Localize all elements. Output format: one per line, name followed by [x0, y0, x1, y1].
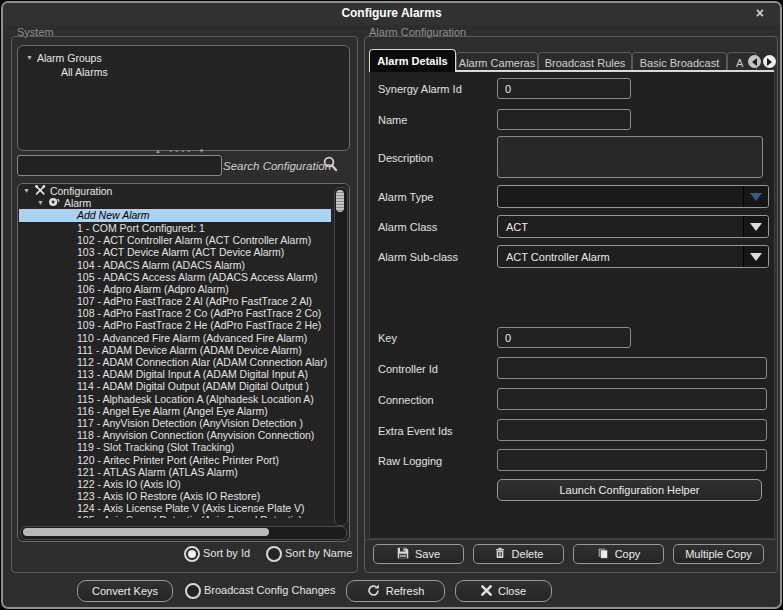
delete-button[interactable]: Delete — [473, 544, 564, 564]
controller-id-field[interactable] — [497, 357, 767, 379]
tab-alarm-cameras[interactable]: Alarm Cameras — [456, 52, 538, 72]
alarm-list-item[interactable]: 116 - Angel Eye Alarm (Angel Eye Alarm) — [19, 405, 331, 417]
tab-broadcast-rules[interactable]: Broadcast Rules — [538, 52, 632, 72]
alarm-class-value: ACT — [506, 221, 528, 233]
alarm-list-item[interactable]: 124 - Axis License Plate V (Axis License… — [19, 502, 331, 514]
refresh-label: Refresh — [386, 585, 425, 597]
divider — [365, 539, 776, 540]
alarm-list-item[interactable]: 103 - ACT Device Alarm (ACT Device Alarm… — [19, 246, 331, 258]
alarm-type-label: Alarm Type — [378, 191, 433, 203]
alarm-class-label: Alarm Class — [378, 221, 437, 233]
dropdown-arrow-icon[interactable] — [743, 216, 768, 237]
extra-event-ids-field[interactable] — [497, 419, 767, 441]
chevron-down-icon[interactable]: ▼ — [37, 197, 44, 209]
key-label: Key — [378, 332, 397, 344]
alarm-list-item[interactable]: 112 - ADAM Connection Alar (ADAM Connect… — [19, 356, 331, 368]
controller-id-label: Controller Id — [378, 363, 438, 375]
chevron-down-icon[interactable]: ▼ — [26, 52, 33, 64]
alarm-subclass-dropdown[interactable]: ACT Controller Alarm — [497, 245, 769, 268]
description-label: Description — [378, 152, 433, 164]
alarm-list-item[interactable]: 115 - Alphadesk Location A (Alphadesk Lo… — [19, 393, 331, 405]
alarm-list-item[interactable]: 119 - Slot Tracking (Slot Tracking) — [19, 441, 331, 453]
tree-node-alarm[interactable]: Alarm — [64, 197, 91, 209]
alarm-icon — [48, 196, 60, 210]
connection-field[interactable] — [497, 388, 767, 410]
search-icon[interactable] — [321, 155, 339, 177]
broadcast-config-changes-label: Broadcast Config Changes — [204, 584, 335, 596]
alarm-groups-child[interactable]: All Alarms — [61, 66, 108, 78]
close-x-icon — [481, 585, 492, 598]
alarm-list-item[interactable]: 109 - AdPro FastTrace 2 He (AdPro FastTr… — [19, 319, 331, 331]
alarm-list-item[interactable]: 117 - AnyVision Detection (AnyVision Det… — [19, 417, 331, 429]
alarm-type-dropdown[interactable] — [497, 185, 769, 208]
sort-by-id-radio[interactable] — [184, 546, 200, 562]
alarm-list-item[interactable]: 1 - COM Port Configured: 1 — [19, 222, 331, 234]
vertical-scrollbar[interactable] — [334, 187, 348, 526]
sort-by-name-label: Sort by Name — [285, 547, 352, 559]
raw-logging-field[interactable] — [497, 449, 767, 471]
alarm-list-item[interactable]: 105 - ADACS Access Alarm (ADACS Access A… — [19, 271, 331, 283]
key-field[interactable]: 0 — [497, 327, 631, 348]
alarm-list-item[interactable]: 113 - ADAM Digital Input A (ADAM Digital… — [19, 368, 331, 380]
alarm-list-item[interactable]: 114 - ADAM Digital Output (ADAM Digital … — [19, 380, 331, 392]
tab-scroll-right-button[interactable] — [763, 55, 776, 68]
alarm-class-dropdown[interactable]: ACT — [497, 215, 769, 238]
alarm-list-item[interactable]: 102 - ACT Controller Alarm (ACT Controll… — [19, 234, 331, 246]
alarm-groups-tree[interactable]: ▼ Alarm Groups All Alarms — [17, 45, 350, 151]
trash-icon — [494, 547, 506, 561]
search-input[interactable] — [17, 155, 222, 176]
alarm-list-item[interactable]: 104 - ADACS Alarm (ADACS Alarm) — [19, 259, 331, 271]
splitter-handle[interactable]: ▲ ▪▪▪▪ ▼ — [155, 148, 208, 154]
refresh-icon — [367, 584, 380, 599]
convert-keys-label: Convert Keys — [92, 585, 158, 597]
tab-scroll-left-button[interactable] — [748, 55, 761, 68]
delete-label: Delete — [512, 548, 544, 560]
search-label: Search Configuration — [223, 160, 331, 172]
alarm-list-item[interactable]: 123 - Axis IO Restore (Axis IO Restore) — [19, 490, 331, 502]
alarm-list-item[interactable]: 118 - Anyvision Connection (Anyvision Co… — [19, 429, 331, 441]
copy-button[interactable]: Copy — [573, 544, 664, 564]
synergy-alarm-id-field[interactable]: 0 — [497, 78, 631, 99]
name-field[interactable] — [497, 109, 631, 130]
alarm-subclass-value: ACT Controller Alarm — [506, 251, 610, 263]
tab-basic-broadcast[interactable]: Basic Broadcast — [632, 52, 727, 72]
synergy-alarm-id-value: 0 — [505, 83, 511, 95]
launch-configuration-helper-button[interactable]: Launch Configuration Helper — [497, 479, 762, 501]
sort-by-name-radio[interactable] — [266, 546, 282, 562]
refresh-button[interactable]: Refresh — [346, 580, 445, 602]
vertical-scrollbar-thumb[interactable] — [336, 190, 344, 212]
alarm-list-item[interactable]: 121 - ATLAS Alarm (ATLAS Alarm) — [19, 466, 331, 478]
close-button[interactable]: Close — [455, 580, 552, 602]
alarm-list-item[interactable]: 107 - AdPro FastTrace 2 Al (AdPro FastTr… — [19, 295, 331, 307]
alarm-groups-root[interactable]: Alarm Groups — [37, 52, 102, 64]
description-field[interactable] — [497, 136, 763, 178]
multiple-copy-button[interactable]: Multiple Copy — [673, 544, 764, 564]
alarm-list-item[interactable]: 120 - Aritec Printer Port (Aritec Printe… — [19, 454, 331, 466]
window-close-icon[interactable]: × — [756, 6, 764, 20]
save-button[interactable]: Save — [373, 544, 464, 564]
tree-item-selected[interactable]: Add New Alarm — [19, 209, 331, 222]
alarm-list-item[interactable]: 111 - ADAM Device Alarm (ADAM Device Ala… — [19, 344, 331, 356]
save-icon — [397, 547, 409, 561]
title-bar[interactable]: Configure Alarms × — [3, 3, 780, 25]
alarm-list-item[interactable]: 108 - AdPro FastTrace 2 Co (AdPro FastTr… — [19, 307, 331, 319]
dropdown-arrow-icon[interactable] — [743, 246, 768, 267]
synergy-alarm-id-label: Synergy Alarm Id — [378, 83, 462, 95]
horizontal-scrollbar[interactable] — [20, 526, 347, 540]
copy-icon — [597, 547, 609, 561]
alarm-list-item[interactable]: 110 - Advanced Fire Alarm (Advanced Fire… — [19, 332, 331, 344]
broadcast-config-changes-radio[interactable] — [185, 583, 201, 599]
dropdown-arrow-icon[interactable] — [743, 186, 768, 207]
alarm-list-item-clipped[interactable]: 125 - Axis Speed Detectio (Axis Speed De… — [19, 514, 331, 518]
tab-alarm-details[interactable]: Alarm Details — [369, 49, 456, 72]
raw-logging-label: Raw Logging — [378, 455, 442, 467]
extra-event-ids-label: Extra Event Ids — [378, 425, 453, 437]
name-label: Name — [378, 114, 407, 126]
convert-keys-button[interactable]: Convert Keys — [77, 580, 173, 602]
configuration-tree[interactable]: ▼ Configuration ▼ Alarm Add New Alarm 1 … — [19, 185, 331, 524]
chevron-down-icon[interactable]: ▼ — [23, 185, 30, 197]
horizontal-scrollbar-thumb[interactable] — [23, 528, 269, 536]
alarm-list-item[interactable]: 106 - Adpro Alarm (Adpro Alarm) — [19, 283, 331, 295]
window-title: Configure Alarms — [3, 6, 780, 20]
alarm-list-item[interactable]: 122 - Axis IO (Axis IO) — [19, 478, 331, 490]
